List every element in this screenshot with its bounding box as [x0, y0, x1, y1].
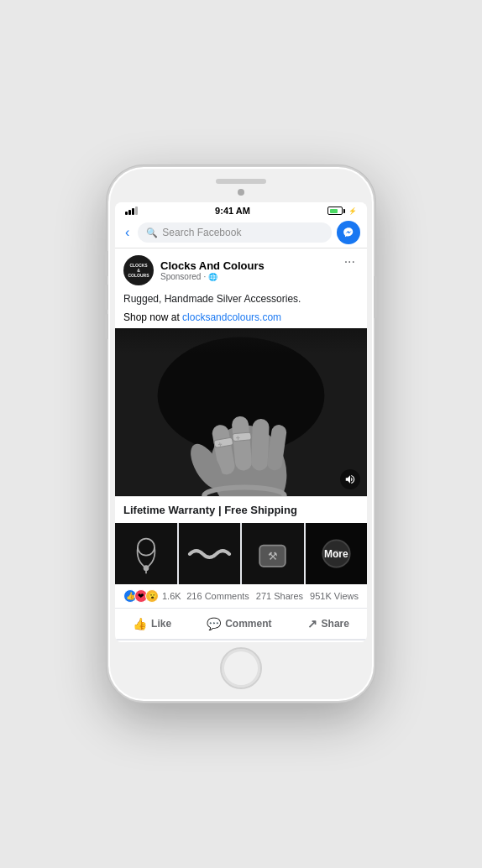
- action-row: 👍 Like 💬 Comment ↗ Share: [115, 609, 367, 640]
- shop-now-link[interactable]: clocksandcolours.com: [182, 311, 281, 323]
- more-overlay[interactable]: More: [306, 523, 368, 585]
- share-button[interactable]: ↗ Share: [299, 612, 358, 635]
- product-thumb-4[interactable]: ⊕ More: [306, 523, 368, 585]
- sound-icon[interactable]: [340, 469, 360, 489]
- more-options-button[interactable]: ···: [341, 255, 359, 269]
- battery-tip: [343, 209, 345, 213]
- signal-bar-2: [128, 210, 131, 215]
- like-icon: 👍: [133, 617, 147, 630]
- status-bar: 9:41 AM ⚡: [115, 202, 367, 217]
- sponsored-line: Sponsored · 🌐: [160, 272, 265, 281]
- camera-dot: [238, 189, 244, 196]
- product-thumb-3[interactable]: ⚒: [242, 523, 304, 585]
- shares-count[interactable]: 271 Shares: [256, 591, 303, 601]
- speaker: [216, 179, 266, 184]
- product-row: ⚒ ⊕ More: [115, 523, 367, 585]
- dot-separator: ·: [203, 272, 206, 281]
- shop-now-text: Shop now at: [123, 311, 182, 323]
- post-meta: Clocks And Colours Sponsored · 🌐: [160, 259, 265, 281]
- signal-bars: [125, 207, 138, 215]
- battery: [327, 207, 345, 215]
- ad-caption: Lifetime Warranty | Free Shipping: [115, 496, 367, 523]
- product-thumb-1[interactable]: [115, 523, 177, 585]
- svg-text:✛: ✛: [236, 436, 241, 441]
- share-label: Share: [322, 618, 349, 630]
- status-time: 9:41 AM: [215, 206, 250, 216]
- phone-top: [115, 179, 367, 199]
- search-bar: ‹ 🔍 Search Facebook: [115, 217, 367, 248]
- charging-icon: ⚡: [348, 207, 357, 215]
- svg-point-15: [143, 565, 149, 571]
- battery-fill: [330, 209, 338, 213]
- reaction-icons: 👍 ❤ 😮: [123, 589, 159, 603]
- bottom-nav: ⊞ ▷: [115, 640, 367, 642]
- home-button[interactable]: [220, 647, 262, 689]
- camera-area: [238, 189, 244, 196]
- svg-point-14: [138, 538, 155, 555]
- views-count[interactable]: 951K Views: [310, 591, 359, 601]
- comments-count[interactable]: 216 Comments: [186, 591, 249, 601]
- page-avatar[interactable]: CLOCKS&COLOURS: [123, 255, 154, 285]
- signal-bar-4: [135, 207, 138, 215]
- reactions-count[interactable]: 1.6K: [162, 591, 181, 601]
- reactions-row: 👍 ❤ 😮 1.6K 216 Comments 271 Shares 951K …: [115, 584, 367, 609]
- like-button[interactable]: 👍 Like: [124, 612, 180, 635]
- status-left: [125, 207, 138, 215]
- battery-body: [327, 207, 343, 215]
- comment-button[interactable]: 💬 Comment: [198, 612, 280, 635]
- page-name[interactable]: Clocks And Colours: [160, 259, 265, 272]
- post-header-left: CLOCKS&COLOURS Clocks And Colours Sponso…: [123, 255, 265, 285]
- svg-rect-13: [115, 328, 367, 353]
- reactions-right: 216 Comments 271 Shares 951K Views: [186, 591, 359, 601]
- more-label: More: [324, 548, 348, 560]
- comment-label: Comment: [225, 618, 271, 630]
- product-thumb-2[interactable]: [179, 523, 241, 585]
- reactions-left: 👍 ❤ 😮 1.6K: [123, 589, 181, 603]
- back-button[interactable]: ‹: [122, 223, 133, 242]
- phone-shell: 9:41 AM ⚡ ‹ 🔍 Search Facebook: [107, 165, 375, 703]
- post-content: CLOCKS&COLOURS Clocks And Colours Sponso…: [115, 248, 367, 642]
- post-description: Rugged, Handmade Silver Accessories.: [115, 289, 367, 310]
- wow-reaction: 😮: [145, 589, 159, 603]
- signal-bar-3: [132, 208, 134, 215]
- search-placeholder: Search Facebook: [162, 227, 241, 238]
- status-right: ⚡: [327, 207, 357, 215]
- like-label: Like: [151, 618, 171, 630]
- signal-bar-1: [125, 212, 128, 215]
- post-link-line: Shop now at clocksandcolours.com: [115, 310, 367, 328]
- comment-icon: 💬: [207, 617, 221, 630]
- hand-illustration: ✛ ✛: [115, 328, 367, 496]
- screen: 9:41 AM ⚡ ‹ 🔍 Search Facebook: [115, 202, 367, 642]
- globe-icon: 🌐: [208, 273, 217, 281]
- svg-rect-5: [251, 418, 270, 470]
- post-image[interactable]: ✛ ✛: [115, 328, 367, 496]
- messenger-icon[interactable]: [337, 221, 360, 244]
- share-icon: ↗: [307, 617, 317, 630]
- search-input-wrap[interactable]: 🔍 Search Facebook: [138, 222, 332, 243]
- post-header: CLOCKS&COLOURS Clocks And Colours Sponso…: [115, 248, 367, 289]
- svg-text:⚒: ⚒: [268, 551, 278, 562]
- svg-text:✛: ✛: [217, 442, 223, 447]
- search-icon: 🔍: [146, 227, 158, 238]
- sponsored-label: Sponsored: [160, 272, 201, 281]
